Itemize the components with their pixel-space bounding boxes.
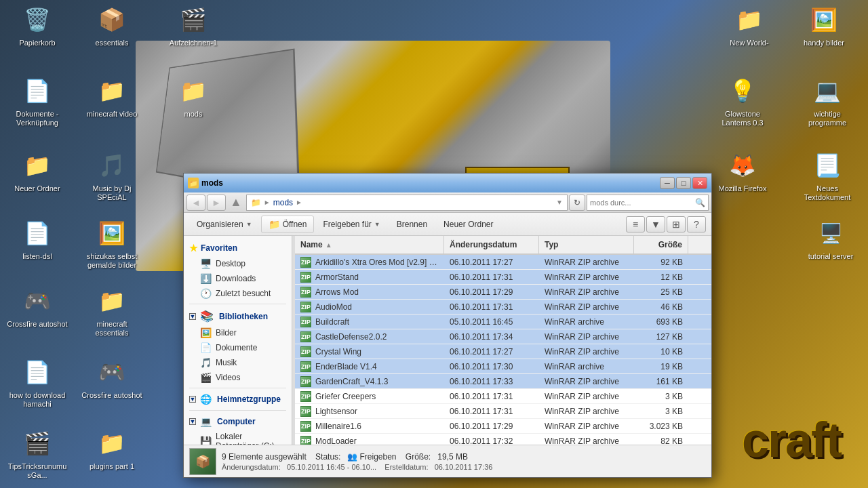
up-button[interactable]: ▲ [230, 195, 242, 209]
file-icon: ZIP [300, 406, 311, 417]
open-button[interactable]: 📁 Öffnen [261, 216, 315, 233]
file-icon: ZIP [300, 376, 311, 387]
organize-button[interactable]: Organisieren ▼ [189, 216, 260, 233]
col-header-name[interactable]: Name ▲ [295, 236, 444, 253]
burn-button[interactable]: Brennen [389, 216, 435, 233]
col-header-type[interactable]: Typ [539, 236, 634, 253]
computer-icon-sb: 💻 [200, 416, 212, 427]
desktop: craft c 🗑️ Papierkorb 📦 essentials 🎬 Auf… [0, 0, 868, 488]
table-row[interactable]: ZIP AudioMod 06.10.2011 17:31 WinRAR ZIP… [295, 300, 711, 314]
desktop-icon-mods[interactable]: 📁 mods [163, 75, 224, 119]
desktop-icon-textdokument[interactable]: 📃 Neues Textdokument [797, 149, 858, 202]
desktop-icon-new-world[interactable]: 📁 New World- [719, 3, 780, 47]
file-name-cell: ZIP Arrows Mod [295, 287, 444, 298]
organize-dropdown-icon: ▼ [246, 221, 252, 228]
sidebar-item-lokaler[interactable]: 💾 Lokaler Datenträger (C:) [184, 430, 292, 445]
sidebar-item-zuletzt[interactable]: 🕐 Zuletzt besucht [184, 286, 292, 301]
recent-icon: 🕐 [200, 288, 212, 299]
address-dropdown-icon[interactable]: ▼ [556, 199, 563, 206]
file-icon: ZIP [300, 257, 311, 268]
desktop-icon-crossfire[interactable]: 🎮 Crossfire autoshot [7, 285, 68, 329]
desktop-icon-crossfire2[interactable]: 🎮 Crossfire autoshot [81, 356, 142, 400]
back-button[interactable]: ◄ [186, 195, 205, 211]
desktop-icon-dokumente[interactable]: 📄 Dokumente - Verknüpfung [7, 75, 68, 127]
desktop-icon-aufzeichnen[interactable]: 🎬 Aufzeichnen-1 [163, 3, 224, 47]
collapse-btn-heimnetz[interactable]: ▼ [189, 396, 196, 403]
shortcut-icon: 📄 [21, 75, 54, 107]
sidebar-computer-header[interactable]: ▼ 💻 Computer [184, 413, 292, 430]
sidebar-item-bilder[interactable]: 🖼️ Bilder [184, 325, 292, 340]
icon-label-wichtige: wichtige programme [797, 110, 858, 127]
col-header-date[interactable]: Änderungsdatum [444, 236, 539, 253]
new-folder-button[interactable]: Neuer Ordner [436, 216, 500, 233]
sidebar-item-dokumente[interactable]: 📄 Dokumente [184, 340, 292, 355]
table-row[interactable]: ZIP Arrows Mod 06.10.2011 17:29 WinRAR Z… [295, 285, 711, 300]
sidebar-item-desktop[interactable]: 🖥️ Desktop [184, 256, 292, 271]
icon-label-mods: mods [163, 110, 224, 119]
icon-label-new-world: New World- [719, 39, 780, 47]
maximize-button[interactable]: □ [676, 177, 691, 189]
desktop-icon-neuer-ordner[interactable]: 📁 Neuer Ordner [7, 149, 68, 193]
desktop-icon-papierkorb[interactable]: 🗑️ Papierkorb [7, 3, 68, 47]
table-row[interactable]: ZIP EnderBlade V1.4 06.10.2011 17:30 Win… [295, 359, 711, 374]
file-date-cell: 06.10.2011 17:31 [444, 392, 539, 401]
sidebar-favoriten-header[interactable]: ★ Favoriten [184, 240, 292, 256]
close-button[interactable]: ✕ [692, 177, 707, 189]
view-tiles-button[interactable]: ⊞ [667, 216, 686, 232]
search-box[interactable]: 🔍 [587, 195, 709, 211]
sidebar-bibliotheken-header[interactable]: ▼ 📚 Bibliotheken [184, 307, 292, 325]
forward-button[interactable]: ► [207, 195, 226, 211]
desktop-icon-music[interactable]: 🎵 Music by Dj SPEciAL [81, 149, 142, 202]
sidebar-bibliotheken-label: Bibliotheken [219, 312, 268, 321]
minimize-button[interactable]: ─ [660, 177, 675, 189]
sidebar-bilder-label: Bilder [216, 328, 237, 338]
desktop-icon-hamachi[interactable]: 📄 how to download hamachi [7, 356, 68, 409]
search-input[interactable] [590, 199, 692, 207]
icon-label-music: Music by Dj SPEciAL [81, 184, 142, 202]
share-button[interactable]: Freigeben für ▼ [315, 216, 387, 233]
collapse-btn-computer[interactable]: ▼ [189, 418, 196, 425]
desktop-icon-glowstone[interactable]: 💡 Glowstone Lanterns 0.3 [712, 75, 773, 127]
address-bar[interactable]: 📁 ► mods ► ▼ [246, 195, 568, 211]
desktop-icon-wichtige[interactable]: 💻 wichtige programme [797, 75, 858, 127]
table-row[interactable]: ZIP ModLoader 06.10.2011 17:32 WinRAR ZI… [295, 434, 711, 445]
view-toggle-button[interactable]: ▼ [646, 216, 665, 232]
desktop-icon-tutorial[interactable]: 🖥️ tutorial server [800, 217, 861, 261]
table-row[interactable]: ZIP Lightsensor 06.10.2011 17:31 WinRAR … [295, 404, 711, 419]
desktop-icon-tipstricks[interactable]: 🎬 TipsTricksrunumusGa... [7, 427, 68, 480]
table-row[interactable]: ZIP Arkidillo's Xtra Ores Mod [v2.9] Bet… [295, 255, 711, 270]
sidebar-heimnetz-header[interactable]: ▼ 🌐 Heimnetzgruppe [184, 391, 292, 407]
col-header-size[interactable]: Größe [634, 236, 688, 253]
table-row[interactable]: ZIP ArmorStand 06.10.2011 17:31 WinRAR Z… [295, 270, 711, 285]
table-row[interactable]: ZIP Griefer Creepers 06.10.2011 17:31 Wi… [295, 389, 711, 404]
table-row[interactable]: ZIP Millenaire1.6 06.10.2011 17:29 WinRA… [295, 419, 711, 434]
desktop-icon-plugins[interactable]: 📁 plugins part 1 [81, 427, 142, 471]
desktop-icon-firefox[interactable]: 🦊 Mozilla Firefox [712, 149, 773, 193]
sidebar-item-musik[interactable]: 🎵 Musik [184, 355, 292, 370]
file-name-text: Arrows Mod [315, 287, 359, 297]
table-row[interactable]: ZIP GardenCraft_V4.1.3 06.10.2011 17:33 … [295, 374, 711, 389]
file-name-text: CastleDefense2.0.2 [315, 332, 387, 342]
view-details-button[interactable]: ≡ [626, 216, 645, 232]
file-name-text: AudioMod [315, 302, 352, 312]
desktop-icon-handy-bilder[interactable]: 🖼️ handy bilder [793, 3, 854, 47]
desktop-icon-essentials[interactable]: 📦 essentials [81, 3, 142, 47]
sidebar-item-downloads[interactable]: ⬇️ Downloads [184, 271, 292, 286]
desktop-icon-mc-essentials[interactable]: 📁 minecraft essentials [81, 285, 142, 338]
game-icon-c2: 🎮 [96, 356, 128, 388]
desktop-icon-mc-video[interactable]: 📁 minecraft video [81, 75, 142, 119]
icon-label-mc-video: minecraft video [81, 110, 142, 119]
collapse-btn-bib[interactable]: ▼ [189, 313, 196, 320]
help-button[interactable]: ? [687, 216, 706, 232]
desktop-icon-listen-dsl[interactable]: 📄 listen-dsl [7, 217, 68, 261]
table-row[interactable]: ZIP Buildcraft 05.10.2011 16:45 WinRAR a… [295, 314, 711, 329]
table-row[interactable]: ZIP CastleDefense2.0.2 06.10.2011 17:34 … [295, 329, 711, 344]
table-row[interactable]: ZIP Crystal Wing 06.10.2011 17:27 WinRAR… [295, 344, 711, 359]
icon-label-listen-dsl: listen-dsl [7, 252, 68, 261]
library-icon: 📚 [200, 310, 214, 323]
sidebar-item-videos[interactable]: 🎬 Videos [184, 370, 292, 385]
desktop-icon-shizukas[interactable]: 🖼️ shizukas selbst gemalde bilder [81, 217, 142, 270]
file-name-text: Lightsensor [315, 407, 357, 416]
refresh-button[interactable]: ↻ [569, 195, 585, 211]
icon-label-shizukas: shizukas selbst gemalde bilder [81, 252, 142, 270]
